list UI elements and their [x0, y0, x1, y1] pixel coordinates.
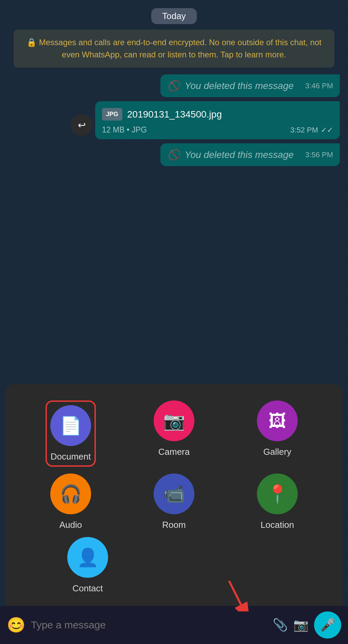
file-type-badge: JPG — [102, 108, 122, 121]
forward-button[interactable]: ↩ — [71, 114, 92, 136]
mic-icon: 🎤 — [320, 618, 335, 632]
message-time-2: 3:56 PM — [298, 150, 333, 159]
gallery-icon: 🖼 — [268, 411, 286, 431]
camera-icon: 📷 — [163, 411, 185, 431]
attachment-item-camera[interactable]: 📷 Camera — [122, 400, 226, 467]
message-time: 3:52 PM — [290, 126, 318, 135]
file-time-checkmarks: 3:52 PM ✓✓ — [290, 126, 333, 135]
attachment-button[interactable]: 📎 — [273, 618, 288, 632]
document-icon-circle: 📄 — [50, 405, 91, 446]
messages-area: 🚫 You deleted this message 3:46 PM ↩ JPG… — [0, 74, 348, 379]
encryption-notice[interactable]: 🔒 Messages and calls are end-to-end encr… — [14, 30, 334, 68]
contact-icon-circle: 👤 — [67, 537, 108, 578]
contact-row: 👤 Contact — [19, 537, 329, 594]
contact-label: Contact — [72, 583, 103, 594]
svg-line-1 — [229, 581, 241, 605]
document-label: Document — [51, 451, 91, 462]
contact-icon: 👤 — [77, 547, 99, 568]
red-arrow-indicator — [222, 577, 249, 613]
file-message-container: ↩ JPG 20190131_134500.jpg 12 MB • JPG 3:… — [95, 101, 340, 139]
room-label: Room — [162, 520, 186, 530]
location-icon-circle: 📍 — [257, 473, 298, 514]
attachment-item-document[interactable]: 📄 Document — [19, 400, 122, 467]
gallery-label: Gallery — [263, 447, 291, 457]
file-message: JPG 20190131_134500.jpg 12 MB • JPG 3:52… — [95, 101, 340, 139]
gallery-icon-circle: 🖼 — [257, 400, 298, 441]
encryption-text: 🔒 Messages and calls are end-to-end encr… — [22, 36, 326, 61]
today-label: Today — [151, 8, 196, 24]
location-label: Location — [261, 520, 294, 530]
room-icon: 📹 — [163, 484, 185, 504]
attachment-panel: 📄 Document 📷 Camera 🖼 — [5, 384, 343, 606]
location-icon: 📍 — [266, 484, 289, 504]
attachment-item-room[interactable]: 📹 Room — [122, 473, 226, 530]
input-bar: 😊 📎 📷 🎤 — [0, 606, 348, 644]
message-input[interactable] — [31, 619, 267, 631]
file-name: 20190131_134500.jpg — [127, 109, 222, 120]
deleted-message-text-2: You deleted this message — [185, 149, 294, 160]
audio-label: Audio — [59, 520, 82, 530]
file-size: 12 MB • JPG — [102, 125, 147, 135]
audio-icon: 🎧 — [60, 484, 82, 504]
message-deleted-1: 🚫 You deleted this message 3:46 PM — [160, 74, 340, 97]
camera-button[interactable]: 📷 — [293, 618, 309, 632]
emoji-button[interactable]: 😊 — [7, 616, 25, 634]
today-badge: Today — [0, 0, 348, 30]
deleted-message-text: You deleted this message — [185, 80, 294, 91]
blocked-icon-2: 🚫 — [167, 149, 180, 161]
room-icon-circle: 📹 — [154, 473, 194, 514]
blocked-icon: 🚫 — [167, 80, 180, 92]
message-time: 3:46 PM — [298, 82, 333, 90]
message-deleted-2: 🚫 You deleted this message 3:56 PM — [160, 143, 340, 166]
attachment-item-audio[interactable]: 🎧 Audio — [19, 473, 122, 530]
mic-button[interactable]: 🎤 — [314, 611, 341, 639]
attachment-item-gallery[interactable]: 🖼 Gallery — [226, 400, 329, 467]
attachment-item-contact[interactable]: 👤 Contact — [67, 537, 108, 594]
camera-icon-circle: 📷 — [154, 400, 194, 441]
audio-icon-circle: 🎧 — [50, 473, 91, 514]
attachment-item-location[interactable]: 📍 Location — [226, 473, 329, 530]
attachment-grid: 📄 Document 📷 Camera 🖼 — [19, 400, 329, 530]
document-icon: 📄 — [60, 415, 82, 436]
camera-label: Camera — [158, 447, 190, 457]
read-receipt: ✓✓ — [321, 126, 333, 135]
